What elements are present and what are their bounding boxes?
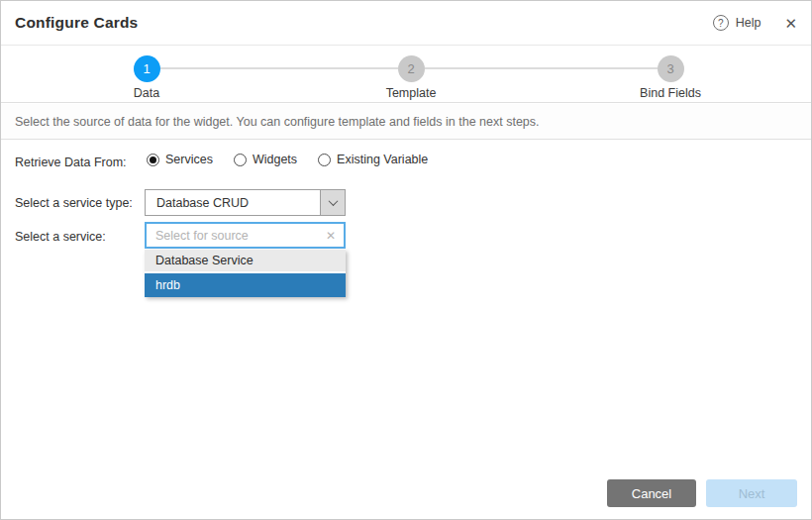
step-2-circle[interactable]: 2: [398, 55, 425, 82]
select-arrow-button[interactable]: [320, 190, 345, 215]
service-search-box: ✕: [145, 222, 346, 249]
radio-option-existing-variable[interactable]: Existing Variable: [318, 153, 428, 166]
step-2-label: Template: [352, 86, 470, 100]
radio-option-widgets[interactable]: Widgets: [234, 153, 297, 166]
dialog-header: Configure Cards ? Help ✕: [1, 1, 811, 46]
data-source-radio-group: Services Widgets Existing Variable: [147, 153, 449, 166]
wizard-stepper: 1 Data 2 Template 3 Bind Fields: [1, 47, 811, 103]
cancel-button[interactable]: Cancel: [607, 479, 696, 507]
radio-widgets-label[interactable]: Widgets: [253, 153, 297, 166]
clear-icon[interactable]: ✕: [318, 229, 344, 243]
radio-existing-variable-label[interactable]: Existing Variable: [337, 153, 428, 166]
header-actions: ? Help ✕: [713, 15, 797, 31]
step-data: 1 Data: [87, 55, 206, 100]
step-3-circle[interactable]: 3: [658, 55, 684, 82]
help-icon[interactable]: ?: [713, 15, 729, 31]
next-button[interactable]: Next: [706, 479, 797, 507]
configure-cards-dialog: Configure Cards ? Help ✕ 1 Data 2 Templa…: [0, 0, 812, 520]
service-label: Select a service:: [15, 230, 106, 244]
close-icon[interactable]: ✕: [784, 16, 797, 31]
chevron-down-icon: [328, 196, 338, 206]
step-bind-fields: 3 Bind Fields: [611, 55, 730, 100]
description-bar: Select the source of data for the widget…: [1, 104, 811, 140]
radio-services-label[interactable]: Services: [165, 153, 213, 166]
radio-widgets-icon[interactable]: [234, 154, 247, 166]
step-3-label: Bind Fields: [611, 86, 730, 100]
service-type-select[interactable]: Database CRUD: [145, 189, 346, 216]
radio-services-icon[interactable]: [147, 154, 159, 166]
radio-existing-variable-icon[interactable]: [318, 154, 331, 166]
page-title: Configure Cards: [15, 14, 138, 32]
help-label[interactable]: Help: [736, 16, 761, 30]
step-1-label: Data: [87, 86, 206, 100]
service-dropdown-list: Database Service hrdb: [145, 250, 346, 297]
radio-option-services[interactable]: Services: [147, 153, 213, 166]
service-type-value[interactable]: Database CRUD: [146, 196, 320, 210]
service-search-input[interactable]: [147, 224, 318, 247]
retrieve-data-from-label: Retrieve Data From:: [15, 156, 127, 169]
description-text: Select the source of data for the widget…: [15, 115, 540, 129]
dropdown-group-header: Database Service: [145, 250, 346, 271]
dropdown-option-hrdb[interactable]: hrdb: [145, 273, 346, 297]
step-1-circle[interactable]: 1: [134, 55, 160, 82]
step-template: 2 Template: [352, 55, 470, 100]
service-type-label: Select a service type:: [15, 196, 133, 210]
help-button[interactable]: ? Help: [713, 15, 761, 31]
